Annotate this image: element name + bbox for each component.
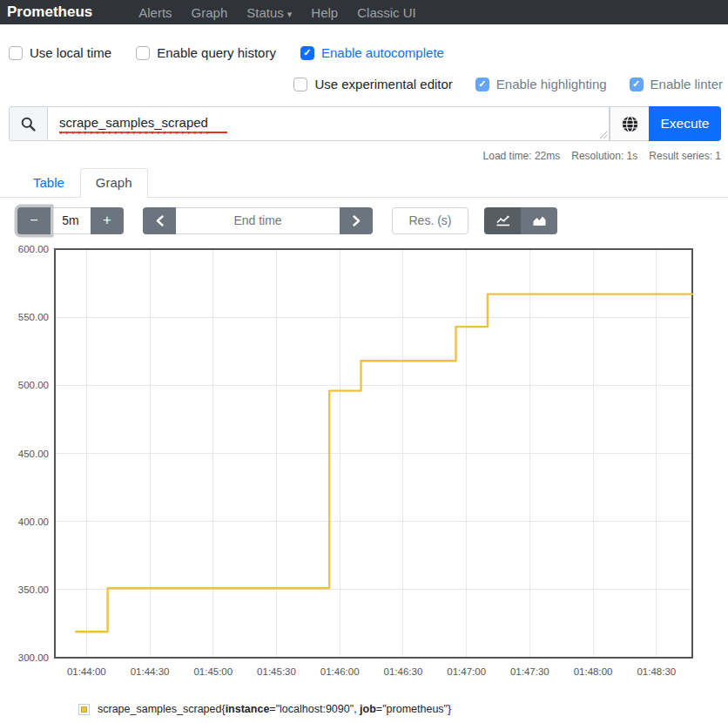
nav-item-status[interactable]: Status▾ (237, 5, 301, 20)
resolution-input[interactable] (392, 207, 468, 234)
legend: scrape_samples_scraped{instance="localho… (78, 703, 728, 715)
metrics-explorer-button[interactable] (610, 106, 649, 141)
graph-canvas[interactable]: 300.00350.00400.00450.00500.00550.00600.… (0, 242, 728, 682)
expression-bar: scrape_samples_scraped Execute (9, 106, 721, 141)
globe-icon (621, 115, 639, 133)
checkbox-use-local-time[interactable]: ✓ Use local time (9, 45, 111, 60)
svg-text:01:46:00: 01:46:00 (320, 666, 360, 677)
svg-text:500.00: 500.00 (18, 380, 49, 390)
increase-range-button[interactable]: + (91, 207, 124, 234)
graph-controls: − + (17, 206, 728, 235)
svg-text:01:47:00: 01:47:00 (447, 666, 486, 677)
chevron-left-icon (156, 215, 164, 226)
checkbox-label: Enable query history (157, 45, 276, 60)
query-text: scrape_samples_scraped (59, 115, 208, 130)
svg-text:01:45:00: 01:45:00 (193, 666, 233, 677)
tab-table[interactable]: Table (17, 168, 80, 198)
tab-graph[interactable]: Graph (80, 168, 148, 198)
svg-text:600.00: 600.00 (18, 244, 49, 254)
navbar: Prometheus Alerts Graph Status▾ Help Cla… (0, 0, 728, 24)
end-time-input[interactable] (176, 207, 340, 234)
checkbox-box: ✓ (293, 78, 307, 91)
line-chart-icon (495, 215, 510, 226)
svg-text:400.00: 400.00 (18, 517, 49, 527)
svg-text:01:44:30: 01:44:30 (131, 666, 170, 677)
checkbox-label: Use local time (30, 45, 111, 60)
resize-handle[interactable] (598, 130, 607, 139)
range-group: − + (17, 207, 124, 234)
svg-text:450.00: 450.00 (18, 449, 49, 459)
stat-result-series: Result series: 1 (649, 150, 721, 162)
checkbox-label: Use experimental editor (314, 77, 452, 91)
checkbox-box: ✓ (9, 46, 23, 60)
decrease-range-button[interactable]: − (17, 207, 51, 234)
checkbox-label: Enable highlighting (496, 77, 607, 91)
chevron-right-icon (353, 215, 361, 226)
stat-load-time: Load time: 22ms (483, 150, 561, 162)
checkbox-enable-query-history[interactable]: ✓ Enable query history (136, 45, 276, 60)
checkbox-enable-highlighting[interactable]: ✓ Enable highlighting (475, 77, 607, 91)
series-swatch-fill (81, 706, 87, 713)
svg-text:350.00: 350.00 (18, 584, 49, 595)
graph-panel[interactable]: 300.00350.00400.00450.00500.00550.00600.… (0, 242, 728, 686)
time-back-button[interactable] (143, 207, 176, 234)
svg-text:300.00: 300.00 (18, 652, 49, 663)
svg-text:01:47:30: 01:47:30 (510, 666, 549, 677)
query-underline: scrape_samples_scraped (59, 115, 227, 133)
range-input[interactable] (51, 207, 91, 234)
checkbox-label: Enable autocomplete (321, 45, 444, 60)
time-forward-button[interactable] (340, 207, 373, 234)
search-icon (20, 116, 37, 132)
search-addon (9, 106, 47, 141)
panel-tabs: Table Graph (0, 168, 728, 198)
svg-text:550.00: 550.00 (18, 312, 49, 322)
checkbox-box: ✓ (136, 46, 150, 60)
svg-text:01:45:30: 01:45:30 (257, 666, 296, 677)
execute-button[interactable]: Execute (649, 106, 721, 141)
checkbox-enable-linter[interactable]: ✓ Enable linter (630, 77, 723, 91)
nav-item-help[interactable]: Help (301, 5, 347, 20)
svg-text:01:46:30: 01:46:30 (384, 666, 423, 677)
checkbox-label: Enable linter (650, 77, 723, 91)
legend-label: scrape_samples_scraped{instance="localho… (98, 703, 451, 715)
query-stats: Load time: 22ms Resolution: 1s Result se… (0, 150, 721, 162)
checkbox-enable-autocomplete[interactable]: ✓ Enable autocomplete (300, 45, 444, 60)
area-chart-icon (532, 215, 547, 226)
checkbox-box: ✓ (475, 78, 489, 91)
series-swatch (78, 704, 90, 715)
query-input[interactable]: scrape_samples_scraped (47, 106, 610, 141)
svg-text:01:44:00: 01:44:00 (67, 666, 106, 677)
svg-text:01:48:30: 01:48:30 (637, 666, 676, 677)
svg-text:01:48:00: 01:48:00 (574, 666, 613, 677)
brand-prometheus[interactable]: Prometheus (7, 3, 92, 21)
line-chart-mode-button[interactable] (484, 207, 521, 234)
checkbox-box: ✓ (300, 46, 314, 60)
nav-item-classic-ui[interactable]: Classic UI (347, 5, 426, 20)
chart-mode-group (484, 207, 557, 234)
settings-row-1: ✓ Use local time ✓ Enable query history … (9, 45, 728, 60)
stacked-chart-mode-button[interactable] (521, 207, 557, 234)
nav-item-alerts[interactable]: Alerts (129, 5, 181, 20)
end-time-group (143, 207, 373, 234)
checkbox-box: ✓ (630, 78, 644, 91)
stat-resolution: Resolution: 1s (571, 150, 637, 162)
checkbox-use-experimental-editor[interactable]: ✓ Use experimental editor (293, 77, 452, 91)
nav-item-graph[interactable]: Graph (182, 5, 238, 20)
caret-down-icon: ▾ (287, 9, 293, 19)
settings-row-2: ✓ Use experimental editor ✓ Enable highl… (0, 77, 723, 91)
